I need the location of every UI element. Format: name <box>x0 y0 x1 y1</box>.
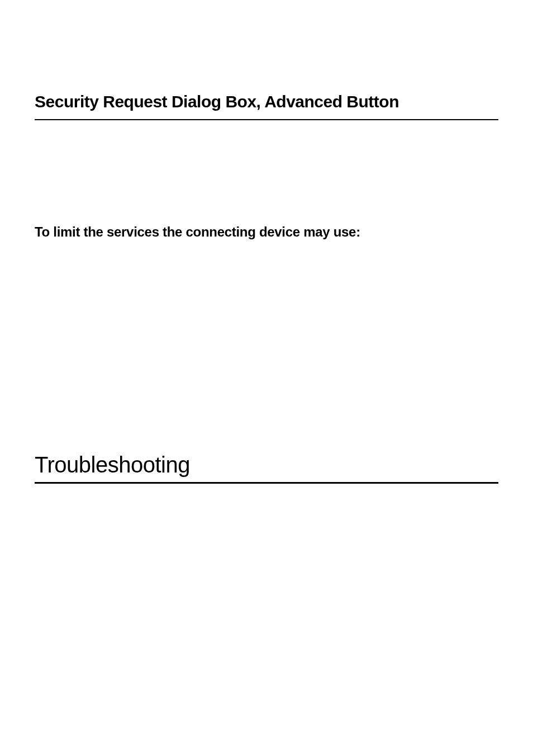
section-heading: Security Request Dialog Box, Advanced Bu… <box>35 92 498 120</box>
main-heading: Troubleshooting <box>35 452 498 484</box>
section-subheading: To limit the services the connecting dev… <box>35 224 498 240</box>
document-page: Security Request Dialog Box, Advanced Bu… <box>0 0 533 484</box>
